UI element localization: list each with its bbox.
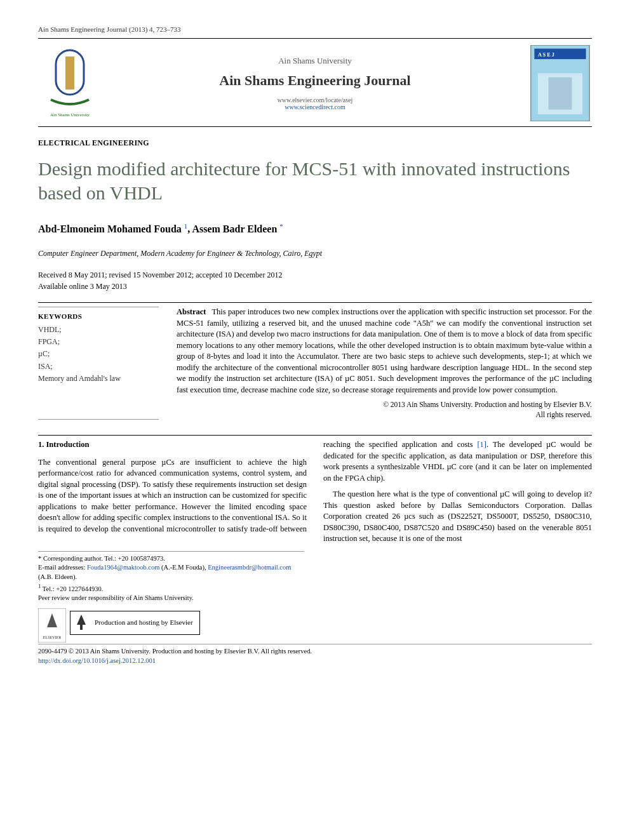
- dates-received: Received 8 May 2011; revised 15 November…: [38, 270, 592, 281]
- svg-text:A S E J: A S E J: [538, 52, 554, 58]
- abstract-label: Abstract: [177, 307, 206, 316]
- svg-text:ELSEVIER: ELSEVIER: [43, 636, 61, 639]
- author-2-affmark[interactable]: *: [279, 222, 283, 230]
- rule-pre-abstract: [38, 302, 592, 303]
- authors: Abd-Elmoneim Mohamed Fouda 1, Assem Badr…: [38, 222, 592, 235]
- hosting-text: Production and hosting by Elsevier: [95, 618, 193, 627]
- rule-header-bottom: [38, 126, 592, 127]
- article-dates: Received 8 May 2011; revised 15 November…: [38, 270, 592, 292]
- rule-top: [38, 38, 592, 39]
- keyword-item: FPGA;: [38, 336, 159, 348]
- emails-label: E-mail addresses:: [38, 564, 85, 571]
- email-1-who: (A.-E.M Fouda),: [159, 564, 208, 571]
- journal-reference: Ain Shams Engineering Journal (2013) 4, …: [38, 25, 592, 33]
- keyword-item: Memory and Amdahl's law: [38, 373, 159, 385]
- journal-cover-thumbnail: A S E J: [528, 45, 592, 121]
- affiliation: Computer Engineer Department, Modern Aca…: [38, 249, 592, 258]
- journal-link-sciencedirect[interactable]: www.sciencedirect.com: [112, 103, 518, 110]
- elsevier-tree-icon: [73, 613, 90, 632]
- citation-link-1[interactable]: [1]: [477, 440, 486, 449]
- svg-rect-1: [65, 57, 74, 90]
- footnotes: * Corresponding author. Tel.: +20 100587…: [38, 551, 304, 636]
- elsevier-logo-icon: ELSEVIER: [38, 608, 66, 643]
- keyword-item: µC;: [38, 348, 159, 360]
- journal-name: Ain Shams Engineering Journal: [112, 72, 518, 89]
- keywords-heading: KEYWORDS: [38, 312, 159, 320]
- abstract-copyright: © 2013 Ain Shams University. Production …: [177, 399, 592, 420]
- body-text: 1. Introduction The conventional general…: [38, 439, 592, 545]
- intro-heading: 1. Introduction: [38, 439, 307, 451]
- keyword-item: VHDL;: [38, 324, 159, 336]
- email-link-1[interactable]: Fouda1964@maktoob.com: [87, 564, 159, 571]
- svg-rect-7: [549, 77, 572, 110]
- journal-header: Ain Shams University Ain Shams Universit…: [38, 45, 592, 121]
- keyword-item: ISA;: [38, 361, 159, 373]
- emails-line: E-mail addresses: Fouda1964@maktoob.com …: [38, 563, 304, 582]
- author-2: Assem Badr Eldeen: [192, 223, 277, 234]
- page-footer: 2090-4479 © 2013 Ain Shams University. P…: [38, 644, 592, 665]
- dates-online: Available online 3 May 2013: [38, 281, 592, 292]
- doi-link[interactable]: http://dx.doi.org/10.1016/j.asej.2012.12…: [38, 657, 156, 664]
- article-section: ELECTRICAL ENGINEERING: [38, 138, 592, 148]
- intro-paragraph-2: The question here what is the type of co…: [323, 489, 592, 545]
- rule-post-abstract: [38, 435, 592, 436]
- copyright-line-1: © 2013 Ain Shams University. Production …: [177, 399, 592, 410]
- email-link-2[interactable]: Engineerasmbdr@hotmail.com: [208, 564, 291, 571]
- university-logo: Ain Shams University: [38, 45, 102, 121]
- hosting-badge: Production and hosting by Elsevier: [70, 611, 200, 635]
- peer-review-note: Peer review under responsibility of Ain …: [38, 594, 304, 603]
- footer-copyright: 2090-4479 © 2013 Ain Shams University. P…: [38, 647, 592, 656]
- keywords-box: KEYWORDS VHDL; FPGA; µC; ISA; Memory and…: [38, 307, 159, 420]
- copyright-line-2: All rights reserved.: [177, 410, 592, 420]
- journal-link-elsevier[interactable]: www.elsevier.com/locate/asej: [278, 97, 353, 103]
- abstract-text: This paper introduces two new complex in…: [177, 307, 592, 394]
- author-1-affmark[interactable]: 1: [184, 222, 188, 230]
- email-2-who: (A.B. Eldeen).: [38, 573, 77, 580]
- university-name: Ain Shams University: [112, 56, 518, 66]
- keywords-list: VHDL; FPGA; µC; ISA; Memory and Amdahl's…: [38, 324, 159, 385]
- corresponding-author-note: * Corresponding author. Tel.: +20 100587…: [38, 554, 304, 564]
- footnote-1: 1 Tel.: +20 1227644930.: [38, 582, 304, 594]
- abstract: Abstract This paper introduces two new c…: [177, 307, 592, 420]
- svg-rect-10: [80, 625, 83, 630]
- svg-text:Ain Shams University: Ain Shams University: [50, 112, 90, 117]
- article-title: Design modified architecture for MCS-51 …: [38, 157, 592, 204]
- author-1: Abd-Elmoneim Mohamed Fouda: [38, 223, 182, 234]
